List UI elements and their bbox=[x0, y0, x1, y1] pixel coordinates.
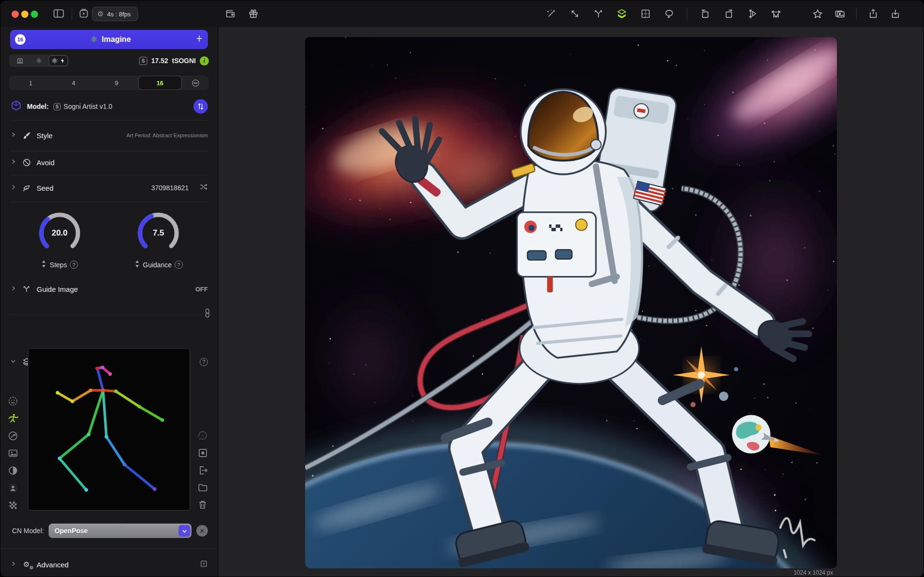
steps-stepper-icon[interactable] bbox=[41, 260, 47, 269]
render-settings-label: 4s : 8fps bbox=[107, 11, 130, 18]
rotate-right-icon[interactable] bbox=[723, 8, 734, 20]
generated-image-astronaut[interactable]: ▚▞▚ bbox=[305, 37, 837, 568]
export-icon[interactable] bbox=[196, 463, 209, 477]
advanced-section-row[interactable]: ⚙⚙ Advanced bbox=[10, 556, 208, 573]
style-section-row[interactable]: Style Art Period: Abstract Expressionism bbox=[10, 127, 208, 144]
divider bbox=[10, 315, 201, 315]
atom-icon-muted[interactable]: ⚛ bbox=[29, 55, 49, 66]
close-window-button[interactable] bbox=[12, 11, 19, 18]
seed-section-row[interactable]: Seed 3709818621 bbox=[10, 179, 208, 197]
rotate-left-icon[interactable] bbox=[699, 8, 711, 20]
steps-label: Steps bbox=[50, 261, 67, 269]
guide-image-label: Guide Image bbox=[37, 285, 78, 293]
app-window: ⚙ 4s : 8fps bbox=[0, 0, 924, 577]
layers-icon[interactable] bbox=[616, 8, 628, 20]
svg-text:▚▞▚: ▚▞▚ bbox=[549, 224, 563, 231]
auto-detect-icon[interactable]: A bbox=[196, 429, 209, 442]
steps-dial[interactable]: 20.0 Steps ? bbox=[10, 210, 109, 273]
video-queue-icon[interactable] bbox=[77, 7, 90, 22]
steps-gauge[interactable]: 20.0 bbox=[37, 210, 83, 256]
pose-icon[interactable] bbox=[6, 412, 20, 425]
chevron-right-icon bbox=[10, 285, 16, 293]
divider bbox=[10, 175, 208, 175]
advanced-label: Advanced bbox=[37, 561, 69, 569]
info-icon[interactable]: i bbox=[200, 56, 209, 66]
wand-icon[interactable] bbox=[545, 8, 557, 20]
cn-model-dropdown[interactable]: OpenPose bbox=[49, 524, 192, 538]
scribble-icon[interactable] bbox=[6, 429, 20, 443]
zoom-window-button[interactable] bbox=[31, 11, 38, 18]
tile-pattern-icon[interactable] bbox=[6, 498, 20, 512]
balance-currency: tSOGNI bbox=[172, 57, 196, 65]
model-swap-button[interactable] bbox=[193, 99, 208, 114]
link-icon[interactable] bbox=[204, 308, 211, 320]
chevron-right-icon bbox=[10, 560, 16, 569]
imagine-label: Imagine bbox=[102, 35, 130, 44]
trash-icon[interactable] bbox=[196, 498, 209, 511]
guide-image-section-row[interactable]: Guide Image OFF bbox=[10, 280, 208, 298]
atom-icon: ⚛ bbox=[90, 35, 98, 44]
guidance-label: Guidance bbox=[143, 261, 172, 269]
guidance-help-icon[interactable]: ? bbox=[175, 261, 183, 269]
grid-icon[interactable] bbox=[640, 8, 651, 20]
dropdown-chevron-icon bbox=[179, 525, 190, 537]
download-icon[interactable] bbox=[889, 8, 901, 20]
batch-option-9[interactable]: 9 bbox=[95, 76, 138, 90]
guidance-dial[interactable]: 7.5 Guidance ? bbox=[109, 210, 208, 273]
batch-more-icon[interactable] bbox=[182, 79, 209, 88]
flip-horizontal-icon[interactable] bbox=[770, 8, 782, 20]
batch-size-control: 1 4 9 16 bbox=[9, 76, 209, 90]
advanced-popup-icon[interactable] bbox=[200, 560, 208, 570]
sidebar-toggle-icon[interactable] bbox=[52, 7, 65, 22]
token-balance: S 17.52 tSOGNI i bbox=[139, 54, 209, 67]
image-reference-icon[interactable] bbox=[6, 446, 20, 460]
toolbar-divider-2 bbox=[856, 8, 857, 20]
controlnet-pose-preview[interactable] bbox=[28, 348, 190, 511]
seed-shuffle-icon[interactable] bbox=[199, 183, 208, 193]
star-icon[interactable] bbox=[812, 8, 823, 20]
svg-text:A: A bbox=[201, 433, 205, 438]
paintbrush-icon bbox=[21, 131, 32, 140]
batch-option-4[interactable]: 4 bbox=[52, 76, 95, 90]
face-icon[interactable] bbox=[6, 394, 20, 408]
prohibit-icon bbox=[21, 158, 32, 167]
sogni-badge-icon: S bbox=[139, 57, 147, 65]
guidance-gauge[interactable]: 7.5 bbox=[135, 210, 181, 256]
lasso-icon[interactable] bbox=[663, 8, 675, 20]
atom-boost-icon[interactable]: ⚛ bbox=[49, 55, 68, 66]
resize-icon[interactable] bbox=[569, 8, 580, 20]
model-label: Model: bbox=[27, 103, 49, 110]
flip-vertical-icon[interactable] bbox=[746, 8, 758, 20]
guidance-stepper-icon[interactable] bbox=[134, 260, 140, 269]
imagine-button[interactable]: 16 ⚛ Imagine bbox=[10, 30, 208, 49]
render-settings-pill[interactable]: ⚙ 4s : 8fps bbox=[92, 7, 138, 21]
gears-icon: ⚙⚙ bbox=[21, 560, 32, 569]
guide-branch-icon[interactable] bbox=[592, 8, 604, 20]
laptop-render-icon[interactable] bbox=[10, 55, 29, 66]
style-value: Art Period: Abstract Expressionism bbox=[127, 132, 208, 138]
render-mode-segmented-control: ⚛ ⚛ bbox=[9, 54, 69, 67]
gift-icon[interactable] bbox=[247, 8, 259, 20]
minimize-window-button[interactable] bbox=[21, 11, 28, 18]
controlnet-help-icon[interactable]: ? bbox=[200, 358, 208, 366]
cn-model-value: OpenPose bbox=[54, 527, 179, 535]
batch-option-1[interactable]: 1 bbox=[9, 76, 52, 90]
steps-help-icon[interactable]: ? bbox=[70, 261, 78, 269]
model-badge-icon: S bbox=[53, 103, 61, 110]
gallery-icon[interactable] bbox=[834, 8, 846, 20]
capture-frame-icon[interactable] bbox=[196, 446, 209, 459]
share-icon[interactable] bbox=[867, 8, 879, 20]
model-cube-icon bbox=[10, 100, 22, 114]
wallet-icon[interactable] bbox=[224, 8, 236, 20]
folder-icon[interactable] bbox=[196, 481, 209, 494]
cn-model-clear-button[interactable]: ✕ bbox=[196, 525, 208, 537]
batch-option-16[interactable]: 16 bbox=[138, 76, 182, 90]
move-handle-icon[interactable] bbox=[195, 35, 203, 44]
render-settings-gear-icon: ⚙ bbox=[97, 10, 103, 18]
cn-model-row: CN Model: OpenPose ✕ bbox=[12, 522, 208, 539]
segmentation-icon[interactable] bbox=[6, 481, 20, 495]
guidance-value: 7.5 bbox=[135, 210, 181, 256]
model-row[interactable]: Model: S Sogni Artist v1.0 bbox=[10, 97, 208, 116]
depth-contrast-icon[interactable] bbox=[6, 464, 20, 477]
avoid-section-row[interactable]: Avoid bbox=[10, 154, 208, 171]
